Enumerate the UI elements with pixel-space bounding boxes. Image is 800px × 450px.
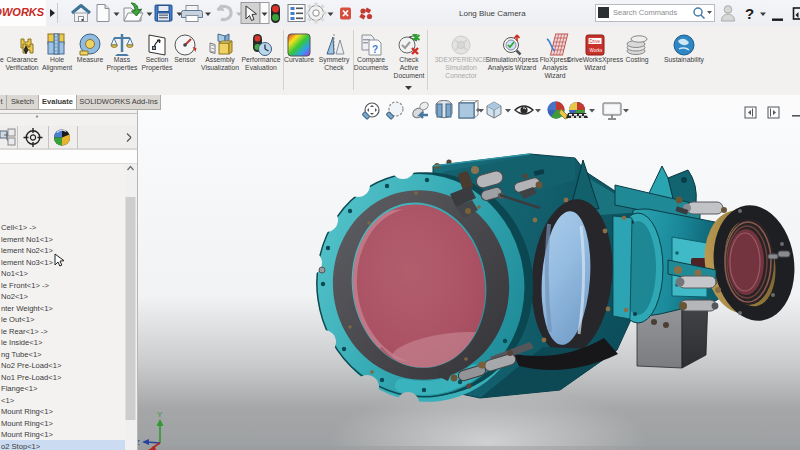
svg-text:Z: Z bbox=[138, 438, 140, 447]
svg-text:?: ? bbox=[372, 44, 378, 55]
svg-text:Works: Works bbox=[590, 48, 603, 53]
svg-text:?: ? bbox=[745, 5, 754, 22]
svg-text:Y: Y bbox=[157, 410, 163, 419]
svg-text:Drive: Drive bbox=[590, 39, 601, 44]
